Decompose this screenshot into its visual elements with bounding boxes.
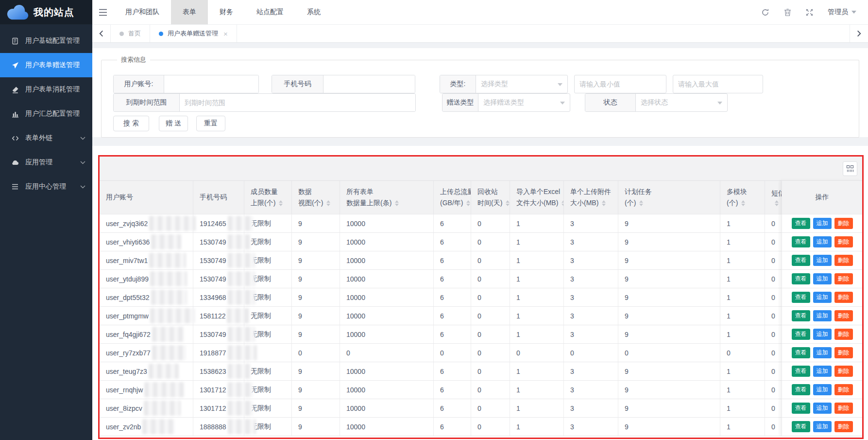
sidebar-item[interactable]: 用户基础配置管理 bbox=[0, 29, 92, 53]
expire-range-input[interactable] bbox=[180, 94, 415, 111]
delete-button[interactable]: 删除 bbox=[834, 292, 853, 303]
column-header[interactable]: 上传总流量(GB/年) bbox=[434, 181, 471, 214]
max-value-input[interactable] bbox=[673, 75, 763, 93]
view-button[interactable]: 查看 bbox=[792, 236, 810, 247]
sort-icon[interactable] bbox=[775, 200, 779, 206]
trash-icon[interactable] bbox=[784, 8, 791, 17]
value-cell: 9 bbox=[618, 233, 720, 251]
delete-button[interactable]: 删除 bbox=[834, 366, 853, 377]
append-button[interactable]: 追加 bbox=[813, 329, 832, 340]
delete-button[interactable]: 删除 bbox=[834, 403, 853, 414]
append-button[interactable]: 追加 bbox=[813, 236, 832, 247]
column-header[interactable]: 所有表单数据量上限(条) bbox=[340, 181, 434, 214]
view-button[interactable]: 查看 bbox=[792, 421, 810, 432]
value-cell: 0 bbox=[510, 344, 564, 362]
sidebar-item[interactable]: 用户表单赠送管理 bbox=[0, 53, 92, 77]
view-button[interactable]: 查看 bbox=[792, 292, 810, 303]
delete-button[interactable]: 删除 bbox=[834, 329, 853, 340]
redaction-blur bbox=[228, 216, 253, 231]
sidebar-item[interactable]: 表单外链 bbox=[0, 126, 92, 150]
append-button[interactable]: 追加 bbox=[813, 310, 832, 321]
sort-icon[interactable] bbox=[562, 200, 563, 206]
sort-desc-icon bbox=[741, 204, 745, 206]
type-field: 类型: 选择类型 bbox=[440, 75, 568, 93]
view-button[interactable]: 查看 bbox=[792, 310, 810, 321]
view-button[interactable]: 查看 bbox=[792, 255, 810, 266]
topnav-item[interactable]: 表单 bbox=[171, 0, 208, 24]
delete-button[interactable]: 删除 bbox=[834, 421, 853, 432]
reset-button[interactable]: 重置 bbox=[196, 116, 225, 131]
topnav-item[interactable]: 站点配置 bbox=[245, 0, 295, 24]
tab[interactable]: 用户表单赠送管理× bbox=[150, 25, 237, 42]
gift-button[interactable]: 赠 送 bbox=[159, 116, 188, 131]
sidebar-item[interactable]: 应用管理 bbox=[0, 150, 92, 175]
admin-menu[interactable]: 管理员 bbox=[828, 8, 856, 17]
table-row: user_vhiyti6361530749无限制9100006013910 bbox=[100, 233, 862, 251]
sort-icon[interactable] bbox=[466, 200, 470, 206]
column-settings-button[interactable] bbox=[843, 161, 857, 176]
append-button[interactable]: 追加 bbox=[813, 403, 832, 414]
delete-button[interactable]: 删除 bbox=[834, 218, 853, 229]
tab[interactable]: 首页 bbox=[111, 25, 150, 42]
tabs-scroll-left-icon[interactable] bbox=[92, 25, 111, 42]
phone-text: 1530749 bbox=[200, 331, 226, 338]
view-button[interactable]: 查看 bbox=[792, 403, 810, 414]
delete-button[interactable]: 删除 bbox=[834, 384, 853, 395]
topnav-item[interactable]: 系统 bbox=[295, 0, 332, 24]
status-select[interactable]: 选择状态 bbox=[636, 94, 727, 111]
column-header[interactable]: 导入单个Excel文件大小(MB) bbox=[510, 181, 564, 214]
phone-input[interactable] bbox=[323, 75, 415, 93]
menu-fold-icon[interactable] bbox=[92, 9, 114, 16]
append-button[interactable]: 追加 bbox=[813, 347, 832, 358]
search-button[interactable]: 搜 索 bbox=[113, 116, 149, 131]
type-select[interactable]: 选择类型 bbox=[476, 75, 567, 93]
sort-icon[interactable] bbox=[506, 200, 510, 206]
close-icon[interactable]: × bbox=[223, 30, 228, 38]
append-button[interactable]: 追加 bbox=[813, 292, 832, 303]
append-button[interactable]: 追加 bbox=[813, 421, 832, 432]
view-button[interactable]: 查看 bbox=[792, 218, 810, 229]
append-button[interactable]: 追加 bbox=[813, 366, 832, 377]
append-button[interactable]: 追加 bbox=[813, 255, 832, 266]
column-header[interactable]: 数据视图(个) bbox=[292, 181, 340, 214]
delete-button[interactable]: 删除 bbox=[834, 273, 853, 284]
view-button[interactable]: 查看 bbox=[792, 347, 810, 358]
append-button[interactable]: 追加 bbox=[813, 273, 832, 284]
sort-asc-icon bbox=[279, 200, 283, 203]
append-button[interactable]: 追加 bbox=[813, 218, 832, 229]
topnav-item[interactable]: 财务 bbox=[208, 0, 245, 24]
sort-icon[interactable] bbox=[639, 200, 643, 206]
column-header[interactable]: 成员数量上限(个) bbox=[244, 181, 292, 214]
min-value-input[interactable] bbox=[574, 75, 666, 93]
delete-button[interactable]: 删除 bbox=[834, 255, 853, 266]
column-header[interactable]: 回收站时间(天) bbox=[471, 181, 510, 214]
sort-icon[interactable] bbox=[602, 200, 606, 206]
fullscreen-icon[interactable] bbox=[806, 9, 813, 16]
column-header[interactable]: 计划任务(个) bbox=[618, 181, 720, 214]
tabs-scroll-right-icon[interactable] bbox=[850, 25, 868, 42]
account-input[interactable] bbox=[164, 75, 259, 93]
column-header-sub-label: 时间(天) bbox=[477, 199, 510, 208]
sort-icon[interactable] bbox=[395, 200, 399, 206]
delete-button[interactable]: 删除 bbox=[834, 236, 853, 247]
sidebar-item[interactable]: 应用中心管理 bbox=[0, 175, 92, 199]
refresh-icon[interactable] bbox=[761, 8, 769, 17]
sidebar-item[interactable]: 用户表单消耗管理 bbox=[0, 77, 92, 102]
view-button[interactable]: 查看 bbox=[792, 329, 810, 340]
sidebar-item[interactable]: 用户汇总配置管理 bbox=[0, 102, 92, 126]
sort-icon[interactable] bbox=[279, 200, 283, 206]
sort-icon[interactable] bbox=[326, 200, 330, 206]
view-button[interactable]: 查看 bbox=[792, 384, 810, 395]
logo[interactable]: 我的站点 bbox=[0, 0, 92, 24]
delete-button[interactable]: 删除 bbox=[834, 310, 853, 321]
column-header[interactable]: 多模块(个) bbox=[720, 181, 765, 214]
column-header[interactable]: 单个上传附件大小(MB) bbox=[564, 181, 618, 214]
gift-type-select[interactable]: 选择赠送类型 bbox=[478, 94, 570, 111]
topnav-item[interactable]: 用户和团队 bbox=[114, 0, 171, 24]
delete-button[interactable]: 删除 bbox=[834, 347, 853, 358]
sort-icon[interactable] bbox=[741, 200, 745, 206]
view-button[interactable]: 查看 bbox=[792, 273, 810, 284]
view-button[interactable]: 查看 bbox=[792, 366, 810, 377]
append-button[interactable]: 追加 bbox=[813, 384, 832, 395]
column-header: 手机号码 bbox=[193, 181, 244, 214]
